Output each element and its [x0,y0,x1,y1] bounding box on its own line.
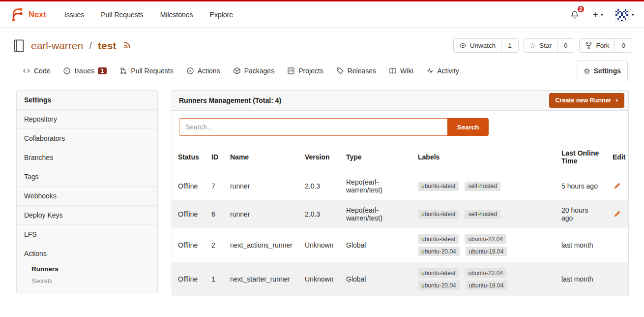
label-chip: ubuntu-20.04 [418,247,460,256]
sidebar-item-collaborators[interactable]: Collaborators [17,128,157,148]
project-board-icon [287,67,295,75]
star-icon: ☆ [529,42,536,49]
tab-releases[interactable]: Releases [330,61,382,81]
tab-label: Actions [198,67,220,75]
tab-issues[interactable]: Issues 1 [57,61,113,81]
tab-pull-requests[interactable]: Pull Requests [113,61,179,81]
runner-row: Offline 2 next_actions_runner Unknown Gl… [172,228,628,262]
runner-name: next_starter_runner [224,262,299,296]
eye-icon [459,42,467,49]
runner-labels: ubuntu-latest ubuntu-22.04 ubuntu-20.04 … [418,268,528,290]
runner-row: Offline 6 runner 2.0.3 Repo(earl-warren/… [172,200,628,228]
issues-count-badge: 1 [98,67,107,74]
repo-name-link[interactable]: test [98,40,116,52]
edit-runner-button[interactable] [613,181,622,190]
user-avatar [615,8,629,22]
col-type: Type [340,142,412,172]
tab-code[interactable]: Code [16,61,57,81]
nav-item-explore[interactable]: Explore [202,11,241,19]
runner-labels: ubuntu-latest self-hosted [418,182,528,191]
create-runner-button[interactable]: Create new Runner ▾ [549,93,624,108]
search-button[interactable]: Search [447,118,489,136]
runner-labels: ubuntu-latest self-hosted [418,210,528,219]
nav-item-pull-requests[interactable]: Pull Requests [92,11,151,19]
tab-packages[interactable]: Packages [227,61,281,81]
label-chip: ubuntu-18.04 [466,247,507,256]
runner-labels: ubuntu-latest ubuntu-22.04 ubuntu-20.04 … [418,234,528,256]
tab-projects[interactable]: Projects [281,61,330,81]
runner-type: Global [340,228,412,262]
code-icon [23,67,30,75]
col-labels: Labels [412,142,556,172]
nav-item-issues[interactable]: Issues [56,11,92,19]
book-icon [389,67,397,75]
fork-button[interactable]: Fork [580,39,615,52]
play-circle-icon [186,67,194,75]
star-button[interactable]: ☆ Star [524,39,557,52]
watchers-count[interactable]: 1 [501,39,518,52]
rss-feed-icon[interactable] [123,40,132,49]
tab-actions[interactable]: Actions [180,61,227,81]
navbar-right: 2 + ▾ [568,8,634,22]
label-chip: ubuntu-22.04 [465,268,506,278]
tab-wiki[interactable]: Wiki [382,61,419,81]
runner-last-online: 5 hours ago [556,172,607,200]
tab-label: Wiki [400,67,413,75]
tag-icon [336,67,344,75]
runner-id: 6 [205,200,224,228]
col-name: Name [224,142,299,172]
panel-header: Runners Management (Total: 4) Create new… [172,91,628,111]
create-new-menu-button[interactable]: + ▾ [593,10,603,19]
sidebar-item-deploy-keys[interactable]: Deploy Keys [17,205,157,224]
sidebar-item-branches[interactable]: Branches [17,148,157,167]
runner-version: 2.0.3 [299,200,340,228]
runner-type: Repo(earl-warren/test) [340,200,412,228]
pulse-icon [426,67,434,75]
fork-label: Fork [596,42,609,49]
runner-name: next_actions_runner [224,228,299,262]
unwatch-button[interactable]: Unwatch [454,39,502,52]
tab-label: Settings [594,67,621,75]
settings-sidebar: Settings Repository Collaborators Branch… [16,90,158,293]
runner-last-online: 20 hours ago [556,200,607,228]
search-form: Search [179,118,489,136]
watch-button-group: Unwatch 1 [453,38,519,53]
tab-label: Packages [244,67,274,75]
runner-status: Offline [172,228,205,262]
notifications-button[interactable]: 2 [568,8,581,21]
sidebar-item-lfs[interactable]: LFS [17,224,157,244]
runner-id: 2 [205,228,224,262]
sidebar-subitem-runners[interactable]: Runners [31,263,150,275]
pull-request-icon [119,67,127,75]
sidebar-item-webhooks[interactable]: Webhooks [17,186,157,205]
search-input[interactable] [179,118,447,136]
unwatch-label: Unwatch [470,42,496,49]
runner-version: 2.0.3 [299,172,340,200]
edit-runner-button[interactable] [613,209,622,219]
label-chip: self-hosted [465,182,500,191]
sidebar-item-actions[interactable]: Actions [17,244,157,263]
label-chip: ubuntu-22.04 [465,234,506,244]
sidebar-subitem-secrets[interactable]: Secrets [31,275,150,287]
user-menu-button[interactable]: ▾ [615,8,634,22]
brand-name[interactable]: Next [29,10,46,19]
tab-settings[interactable]: ⚙ Settings [577,61,628,81]
stars-count[interactable]: 0 [557,39,574,52]
nav-item-milestones[interactable]: Milestones [152,11,202,19]
repo-icon [12,39,26,53]
runner-last-online: last month [556,228,607,262]
forks-count[interactable]: 0 [615,39,632,52]
sidebar-item-tags[interactable]: Tags [17,167,157,186]
caret-down-icon: ▾ [615,98,618,103]
runner-status: Offline [172,200,205,228]
label-chip: ubuntu-latest [418,210,459,219]
forgejo-logo-icon[interactable] [10,7,25,22]
runners-panel: Runners Management (Total: 4) Create new… [172,90,629,296]
runner-type: Global [340,262,412,296]
repo-owner-link[interactable]: earl-warren [31,40,83,52]
sidebar-item-repository[interactable]: Repository [17,109,157,128]
fork-icon [585,42,592,49]
top-navbar: Next Issues Pull Requests Milestones Exp… [0,0,644,28]
tab-activity[interactable]: Activity [420,61,466,81]
label-chip: ubuntu-18.04 [466,281,507,290]
